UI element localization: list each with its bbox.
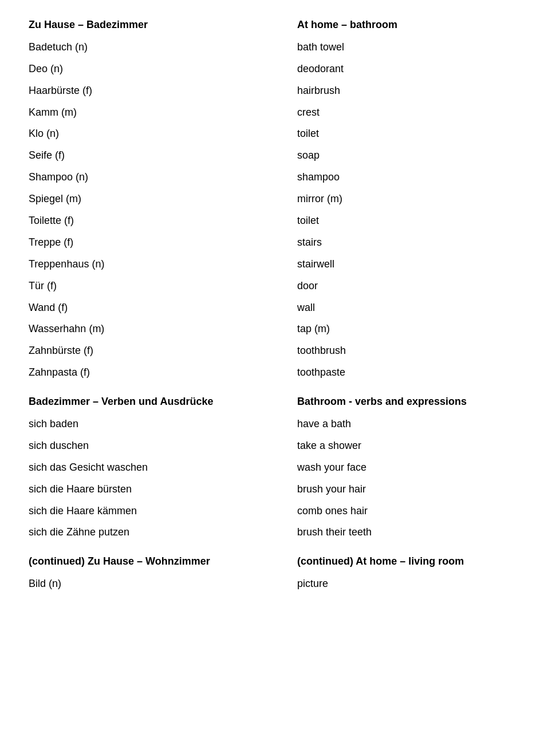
table-row: Bild (n)picture — [23, 573, 537, 595]
german-term: Bild (n) — [23, 573, 280, 595]
german-term: Treppenhaus (n) — [23, 254, 280, 275]
english-term: door — [280, 275, 537, 297]
english-term: toothpaste — [280, 362, 537, 384]
english-term: bath towel — [280, 37, 537, 58]
english-term: brush your hair — [280, 479, 537, 500]
english-term: wall — [280, 297, 537, 319]
table-row: sich die Haare kämmencomb ones hair — [23, 500, 537, 522]
table-row: Tür (f)door — [23, 275, 537, 297]
english-term: stairs — [280, 232, 537, 254]
section-header-german: (continued) Zu Hause – Wohnzimmer — [23, 543, 280, 573]
english-term: picture — [280, 573, 537, 595]
german-term: Klo (n) — [23, 123, 280, 145]
table-row: Badetuch (n)bath towel — [23, 37, 537, 58]
english-term: tap (m) — [280, 318, 537, 340]
german-term: Toilette (f) — [23, 210, 280, 232]
table-row: Klo (n)toilet — [23, 123, 537, 145]
german-term: Badetuch (n) — [23, 37, 280, 58]
table-row: Zahnbürste (f)toothbrush — [23, 340, 537, 362]
german-term: Zahnpasta (f) — [23, 362, 280, 384]
table-row: Wasserhahn (m)tap (m) — [23, 318, 537, 340]
german-term: Wand (f) — [23, 297, 280, 319]
english-term: take a shower — [280, 435, 537, 457]
german-term: Tür (f) — [23, 275, 280, 297]
german-term: sich baden — [23, 413, 280, 435]
table-row: sich das Gesicht waschenwash your face — [23, 457, 537, 479]
english-term: have a bath — [280, 413, 537, 435]
german-term: Seife (f) — [23, 145, 280, 167]
english-term: toothbrush — [280, 340, 537, 362]
german-term: Wasserhahn (m) — [23, 318, 280, 340]
german-term: sich die Haare bürsten — [23, 479, 280, 500]
section-header-german: Zu Hause – Badezimmer — [23, 17, 280, 37]
section-header-section-1: Zu Hause – BadezimmerAt home – bathroom — [23, 17, 537, 37]
german-term: sich duschen — [23, 435, 280, 457]
english-term: toilet — [280, 123, 537, 145]
german-term: Spiegel (m) — [23, 188, 280, 210]
german-term: Deo (n) — [23, 58, 280, 80]
table-row: Kamm (m)crest — [23, 102, 537, 124]
vocabulary-table: Zu Hause – BadezimmerAt home – bathroomB… — [23, 17, 537, 595]
english-term: stairwell — [280, 254, 537, 275]
english-term: crest — [280, 102, 537, 124]
table-row: Zahnpasta (f)toothpaste — [23, 362, 537, 384]
table-row: Treppe (f)stairs — [23, 232, 537, 254]
section-header-section-3: (continued) Zu Hause – Wohnzimmer(contin… — [23, 543, 537, 573]
german-term: Zahnbürste (f) — [23, 340, 280, 362]
english-term: brush their teeth — [280, 522, 537, 543]
table-row: Deo (n)deodorant — [23, 58, 537, 80]
section-header-english: Bathroom - verbs and expressions — [280, 384, 537, 413]
section-header-section-2: Badezimmer – Verben und AusdrückeBathroo… — [23, 384, 537, 413]
english-term: shampoo — [280, 167, 537, 188]
german-term: Treppe (f) — [23, 232, 280, 254]
table-row: sich duschentake a shower — [23, 435, 537, 457]
table-row: sich die Zähne putzenbrush their teeth — [23, 522, 537, 543]
german-term: sich das Gesicht waschen — [23, 457, 280, 479]
german-term: Kamm (m) — [23, 102, 280, 124]
table-row: Haarbürste (f)hairbrush — [23, 80, 537, 102]
section-header-german: Badezimmer – Verben und Ausdrücke — [23, 384, 280, 413]
english-term: deodorant — [280, 58, 537, 80]
section-header-english: (continued) At home – living room — [280, 543, 537, 573]
table-row: Seife (f)soap — [23, 145, 537, 167]
table-row: Toilette (f)toilet — [23, 210, 537, 232]
english-term: wash your face — [280, 457, 537, 479]
english-term: soap — [280, 145, 537, 167]
table-row: Shampoo (n)shampoo — [23, 167, 537, 188]
english-term: toilet — [280, 210, 537, 232]
table-row: Spiegel (m)mirror (m) — [23, 188, 537, 210]
table-row: Treppenhaus (n)stairwell — [23, 254, 537, 275]
english-term: mirror (m) — [280, 188, 537, 210]
german-term: Haarbürste (f) — [23, 80, 280, 102]
german-term: sich die Haare kämmen — [23, 500, 280, 522]
german-term: Shampoo (n) — [23, 167, 280, 188]
table-row: sich badenhave a bath — [23, 413, 537, 435]
english-term: comb ones hair — [280, 500, 537, 522]
table-row: Wand (f)wall — [23, 297, 537, 319]
section-header-english: At home – bathroom — [280, 17, 537, 37]
table-row: sich die Haare bürstenbrush your hair — [23, 479, 537, 500]
english-term: hairbrush — [280, 80, 537, 102]
german-term: sich die Zähne putzen — [23, 522, 280, 543]
